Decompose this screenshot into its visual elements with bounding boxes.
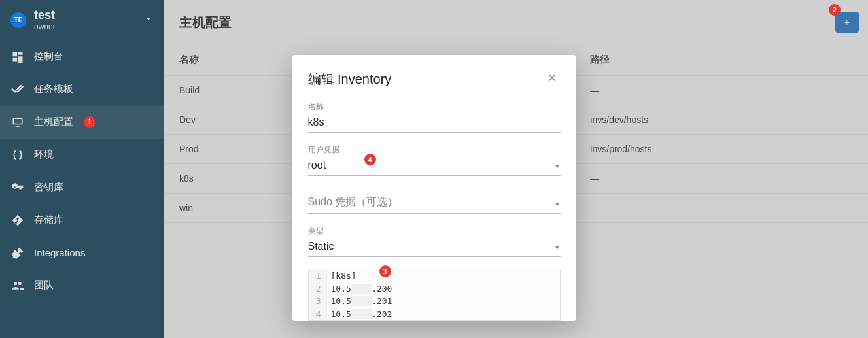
project-role: owner — [34, 22, 144, 31]
sidebar-item-label: 密钥库 — [34, 181, 153, 194]
git-icon — [10, 213, 25, 228]
sidebar-item-team[interactable]: 团队 — [0, 269, 164, 302]
sidebar-item-label: 任务模板 — [34, 83, 153, 95]
users-icon — [10, 279, 25, 293]
sidebar-item-label: 存储库 — [34, 214, 153, 226]
edit-inventory-dialog: 编辑 Inventory 名称 用户凭据 root ▾ 4 Sudo 凭据（可选… — [292, 55, 576, 321]
sidebar-item-label: Integrations — [34, 247, 153, 258]
inventory-code-editor[interactable]: 3 1[k8s] 210.5x.xx.200 310.5x.xx.201 410… — [308, 269, 561, 321]
annotation-2: 2 — [829, 4, 841, 16]
sudo-credential-select[interactable]: Sudo 凭据（可选） — [308, 193, 561, 214]
annotation-3: 3 — [379, 265, 391, 277]
sidebar-item-task-templates[interactable]: 任务模板 — [0, 73, 164, 106]
project-avatar: TE — [10, 12, 26, 28]
sidebar-item-repositories[interactable]: 存储库 — [0, 204, 164, 237]
sidebar-item-label: 团队 — [34, 279, 153, 292]
key-icon — [10, 180, 25, 195]
field-label: 类型 — [308, 226, 561, 237]
code-line: 10.5x.xx.202 — [327, 308, 392, 321]
code-line: [k8s] — [327, 269, 356, 282]
sidebar-item-integrations[interactable]: Integrations — [0, 237, 164, 269]
chevron-down-icon — [144, 14, 153, 25]
field-label: 名称 — [308, 101, 561, 112]
field-name: 名称 — [308, 101, 561, 133]
sidebar: TE test owner 控制台 任务模板 主机配置 1 — [0, 0, 164, 338]
project-switcher[interactable]: TE test owner — [0, 0, 164, 41]
sidebar-item-label: 环境 — [34, 148, 153, 161]
type-select[interactable]: Static — [308, 238, 561, 257]
field-type: 类型 Static ▾ — [308, 226, 561, 257]
sidebar-item-keystore[interactable]: 密钥库 — [0, 171, 164, 204]
sidebar-nav: 控制台 任务模板 主机配置 1 环境 密钥库 存储库 — [0, 41, 164, 302]
annotation-1: 1 — [84, 116, 95, 128]
name-input[interactable] — [308, 114, 561, 133]
field-sudo-credential: Sudo 凭据（可选） ▾ — [308, 193, 561, 214]
project-name: test — [34, 9, 144, 22]
check-all-icon — [10, 82, 25, 97]
field-user-credential: 用户凭据 root ▾ 4 — [308, 144, 561, 176]
code-line: 10.5x.xx.201 — [327, 295, 392, 308]
code-line: 10.5x.xx.200 — [327, 282, 392, 296]
user-credential-select[interactable]: root — [308, 157, 561, 176]
plug-icon — [10, 246, 25, 260]
sidebar-item-inventory[interactable]: 主机配置 1 — [0, 106, 164, 139]
sidebar-item-dashboard[interactable]: 控制台 — [0, 41, 164, 73]
braces-icon — [10, 148, 25, 162]
close-icon[interactable] — [544, 69, 561, 90]
sidebar-item-environment[interactable]: 环境 — [0, 139, 164, 171]
project-info: test owner — [34, 9, 144, 31]
annotation-4: 4 — [364, 154, 376, 165]
dialog-title: 编辑 Inventory — [308, 71, 544, 88]
dashboard-icon — [10, 50, 25, 64]
sidebar-item-label: 控制台 — [34, 50, 153, 63]
field-label: 用户凭据 — [308, 144, 561, 156]
monitor-icon — [10, 115, 25, 129]
